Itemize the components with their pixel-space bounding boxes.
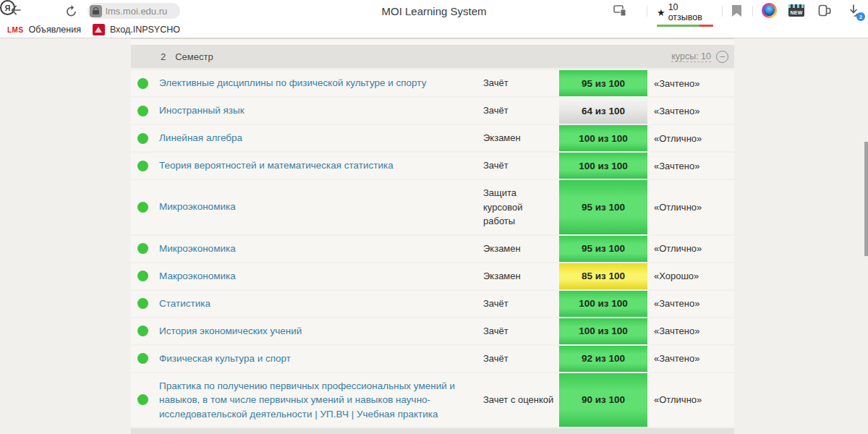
bookmark-label: Объявления [29, 25, 81, 35]
status-dot-icon [137, 243, 148, 254]
exam-type: Экзамен [483, 125, 559, 151]
semester-3-header: 3 Семестр курсы: 10 + [131, 428, 734, 434]
course-row: Статистика Зачёт 100 из 100 «Зачтено» [131, 291, 734, 317]
reviews-count-label: 10 отзывов [668, 2, 715, 22]
exam-type: Зачет с оценкой [483, 373, 559, 427]
semester-number: 2 [161, 51, 166, 62]
course-table-body: Элективные дисциплины по физической куль… [131, 70, 734, 427]
semester-2-header: 2 Семестр курсы: 10 − [131, 45, 734, 68]
collapse-section-icon[interactable]: − [716, 51, 728, 63]
page-content: 2 Семестр курсы: 10 − Элективные дисципл… [0, 38, 868, 434]
divider [722, 6, 723, 17]
exam-type: Защита курсовой работы [483, 180, 559, 234]
grade-value: «Зачтено» [647, 70, 734, 96]
inpsycho-logo-icon [93, 24, 105, 35]
exam-type: Зачёт [483, 346, 559, 372]
browser-chrome: Я lms.moi.edu.ru MOI Learning System ★ 1… [0, 0, 868, 38]
bookmark-announcements[interactable]: LMS Объявления [7, 25, 81, 35]
exam-type: Экзамен [483, 263, 559, 289]
grade-value: «Отлично» [647, 125, 734, 151]
reviews-widget[interactable]: ★ 10 отзывов [657, 2, 715, 27]
lms-logo-icon: LMS [7, 26, 24, 34]
collections-icon[interactable] [818, 4, 832, 17]
course-row: Физическая культура и спорт Зачёт 92 из … [131, 346, 734, 372]
score-cell: 100 из 100 [559, 291, 647, 317]
grades-table: 2 Семестр курсы: 10 − Элективные дисципл… [131, 38, 734, 434]
download-icon[interactable]: 2 [846, 4, 862, 20]
course-link[interactable]: Макроэкономика [159, 263, 483, 289]
course-link[interactable]: Иностранный язык [159, 98, 483, 124]
avatar-sphere [764, 5, 775, 16]
status-cell [131, 153, 159, 179]
status-cell [131, 70, 159, 96]
semester-title: Семестр [175, 51, 213, 62]
score-cell: 92 из 100 [559, 346, 647, 372]
star-icon: ★ [657, 7, 665, 18]
vertical-scrollbar[interactable] [864, 142, 868, 256]
status-cell [131, 346, 159, 372]
status-dot-icon [137, 326, 148, 336]
course-link[interactable]: Физическая культура и спорт [159, 346, 483, 372]
status-dot-icon [137, 202, 148, 213]
course-link[interactable]: Элективные дисциплины по физической куль… [159, 70, 483, 96]
course-row: Микроэкономика Защита курсовой работы 95… [131, 180, 734, 234]
status-cell [131, 98, 159, 124]
course-row: Иностранный язык Зачёт 64 из 100 «Зачтен… [131, 98, 734, 124]
course-link[interactable]: Статистика [159, 291, 483, 317]
status-dot-icon [137, 133, 148, 144]
grade-value: «Зачтено» [647, 346, 734, 372]
divider [752, 6, 753, 17]
grade-value: «Отлично» [647, 180, 734, 234]
score-cell: 85 из 100 [559, 263, 647, 289]
previous-row-edge [131, 38, 734, 45]
course-link[interactable]: Практика по получению первичных професси… [159, 373, 483, 427]
exam-type: Зачёт [483, 70, 559, 96]
exam-type: Зачёт [483, 318, 559, 344]
score-cell: 95 из 100 [559, 236, 647, 262]
back-button[interactable] [9, 3, 23, 17]
bookmark-flag-icon[interactable] [732, 5, 741, 17]
grade-value: «Зачтено» [647, 98, 734, 124]
exam-type: Зачёт [483, 291, 559, 317]
course-link[interactable]: История экономических учений [159, 318, 483, 344]
course-link[interactable]: Линейная алгебра [159, 125, 483, 151]
score-cell: 100 из 100 [559, 125, 647, 151]
course-link[interactable]: Микроэкономика [159, 236, 483, 262]
status-cell [131, 373, 159, 427]
new-extension-icon[interactable]: NEW [788, 4, 804, 17]
bookmark-inpsycho-login[interactable]: Вход.INPSYCHO [81, 24, 180, 35]
status-dot-icon [137, 161, 148, 171]
exam-type: Зачёт [483, 153, 559, 179]
profile-avatar[interactable] [762, 3, 777, 18]
reload-button[interactable] [64, 4, 78, 17]
devices-icon[interactable] [613, 5, 626, 16]
status-dot-icon [137, 353, 148, 364]
exam-type: Зачёт [483, 98, 559, 124]
browser-toolbar: Я lms.moi.edu.ru MOI Learning System ★ 1… [0, 0, 868, 22]
url-text[interactable]: lms.moi.edu.ru [106, 6, 167, 17]
grade-value: «Зачтено» [647, 318, 734, 344]
bookmark-label: Вход.INPSYCHO [110, 25, 180, 35]
course-row: Макроэкономика Экзамен 85 из 100 «Хорошо… [131, 263, 734, 289]
course-row: Практика по получению первичных професси… [131, 373, 734, 427]
status-dot-icon [137, 106, 148, 116]
reviews-rating-bar [657, 25, 713, 27]
status-cell [131, 125, 159, 151]
grade-value: «Отлично» [647, 236, 734, 262]
status-cell [131, 180, 159, 234]
courses-count-link[interactable]: курсы: 10 [671, 51, 711, 62]
divider [647, 6, 647, 17]
course-row: Элективные дисциплины по физической куль… [131, 70, 734, 96]
toolbar-right-icons: ★ 10 отзывов NEW 2 [613, 0, 868, 22]
status-cell [131, 236, 159, 262]
score-cell: 100 из 100 [559, 153, 647, 179]
score-cell: 95 из 100 [559, 180, 647, 234]
bookmarks-bar: LMS Объявления Вход.INPSYCHO [0, 22, 868, 38]
secure-lock-icon[interactable] [90, 5, 102, 17]
address-bar[interactable]: lms.moi.edu.ru [88, 3, 180, 19]
course-row: Микроэкономика Экзамен 95 из 100 «Отличн… [131, 236, 734, 262]
status-dot-icon [137, 298, 148, 309]
grade-value: «Зачтено» [647, 153, 734, 179]
course-link[interactable]: Теория вероятностей и математическая ста… [159, 153, 483, 179]
course-link[interactable]: Микроэкономика [159, 180, 483, 234]
